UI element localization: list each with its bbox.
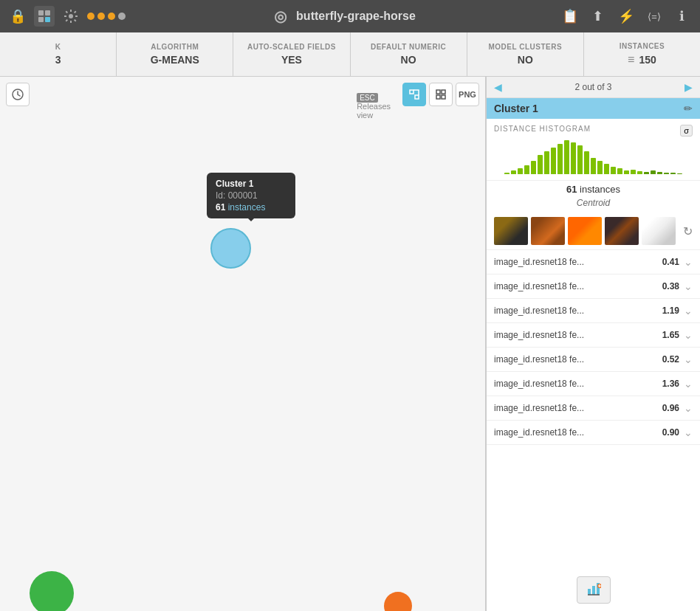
title-area: ◎ butterfly-grape-horse (270, 6, 416, 27)
stat-default-label: DEFAULT NUMERIC (371, 43, 446, 51)
canvas-top-right: ESC Releases view PNG (402, 83, 479, 106)
top-bar-right: 📋 ⬆ ⚡ ⟨=⟩ ℹ (560, 6, 693, 27)
feature-name-2: image_id.resnet18 fe... (494, 306, 662, 316)
feature-row-4[interactable]: image_id.resnet18 fe... 0.52 ⌄ (487, 348, 700, 372)
feature-value-7: 0.90 (662, 427, 679, 438)
cluster-green[interactable] (30, 571, 74, 611)
hist-bar-16 (611, 167, 616, 174)
refresh-thumbnails-button[interactable]: ↻ (683, 224, 693, 238)
instances-info: 61 instances (487, 181, 700, 198)
feature-value-5: 1.36 (662, 379, 679, 389)
info-icon[interactable]: ℹ (672, 6, 693, 27)
stat-default-value: NO (401, 54, 416, 66)
panel-cluster-title: Cluster 1 (494, 103, 538, 114)
app-title: butterfly-grape-horse (296, 10, 416, 23)
feature-row-7[interactable]: image_id.resnet18 fe... 0.90 ⌄ (487, 421, 700, 445)
panel-title-bar: Cluster 1 ✏ (487, 98, 700, 119)
cluster-tooltip: Cluster 1 Id: 000001 61 instances (207, 173, 295, 218)
hist-bar-10 (571, 142, 576, 174)
edit-icon[interactable]: ✏ (684, 103, 693, 114)
thumbnail-3[interactable] (568, 217, 602, 245)
top-bar: 🔒 ◎ butterfly-grape-horse 📋 ⬆ (0, 0, 700, 32)
feature-row-0[interactable]: image_id.resnet18 fe... 0.41 ⌄ (487, 250, 700, 275)
tooltip-instances: 61 instances (216, 202, 286, 213)
chart-button[interactable] (577, 576, 611, 604)
lock-icon[interactable]: 🔒 (7, 6, 28, 27)
hist-bar-8 (557, 144, 563, 174)
stat-k: K 3 (0, 32, 117, 76)
svg-rect-10 (436, 95, 440, 99)
select-button[interactable] (429, 83, 453, 106)
centroid-label: Centroid (487, 198, 700, 208)
feature-row-6[interactable]: image_id.resnet18 fe... 0.96 ⌄ (487, 396, 700, 421)
hist-bar-25 (670, 173, 676, 174)
feature-name-7: image_id.resnet18 fe... (494, 427, 662, 438)
feature-value-4: 0.52 (662, 354, 679, 365)
chevron-icon-0: ⌄ (684, 256, 693, 268)
releases-view-text: Releases view (357, 102, 391, 120)
dot-3 (108, 13, 115, 20)
feature-name-4: image_id.resnet18 fe... (494, 354, 662, 365)
stat-algorithm: ALGORITHM G-MEANS (117, 32, 233, 76)
svg-rect-13 (592, 586, 595, 595)
stat-model-label: MODEL CLUSTERS (488, 43, 562, 51)
prev-cluster-button[interactable]: ◀ (494, 81, 502, 93)
esc-hint: ESC Releases view (357, 93, 391, 120)
feature-row-5[interactable]: image_id.resnet18 fe... 1.36 ⌄ (487, 372, 700, 396)
feature-value-2: 1.19 (662, 306, 679, 316)
feature-row-3[interactable]: image_id.resnet18 fe... 1.65 ⌄ (487, 323, 700, 348)
hist-bar-6 (544, 151, 549, 174)
features-list: image_id.resnet18 fe... 0.41 ⌄ image_id.… (487, 250, 700, 445)
thumbnail-2[interactable] (531, 217, 565, 245)
feature-name-6: image_id.resnet18 fe... (494, 403, 662, 413)
hist-bar-19 (631, 170, 636, 174)
dot-1 (87, 13, 95, 20)
network-icon[interactable] (34, 6, 55, 27)
upload-icon[interactable]: ⬆ (588, 6, 608, 27)
png-export-button[interactable]: PNG (456, 83, 479, 106)
stat-k-value: 3 (55, 54, 61, 66)
formula-icon[interactable]: ⟨=⟩ (644, 6, 665, 27)
cluster-orange[interactable] (384, 592, 412, 611)
hist-bar-11 (577, 145, 583, 174)
svg-rect-0 (38, 10, 44, 15)
feature-row-1[interactable]: image_id.resnet18 fe... 0.38 ⌄ (487, 275, 700, 299)
refresh-icon[interactable]: ⚡ (616, 6, 636, 27)
canvas-area: ESC Releases view PNG (0, 77, 486, 611)
stat-default-numeric: DEFAULT NUMERIC NO (351, 32, 467, 76)
hist-bar-1 (511, 170, 516, 174)
stat-instances-label: INSTANCES (620, 42, 665, 50)
hist-bar-22 (651, 170, 656, 174)
next-cluster-button[interactable]: ▶ (684, 81, 693, 93)
feature-row-2[interactable]: image_id.resnet18 fe... 1.19 ⌄ (487, 299, 700, 323)
svg-rect-8 (436, 90, 440, 94)
hist-bar-23 (657, 172, 662, 174)
list-icon: ≡ (628, 53, 634, 66)
hist-bar-24 (664, 173, 669, 174)
thumbnail-5[interactable] (642, 217, 676, 245)
feature-value-6: 0.96 (662, 403, 679, 413)
hist-bar-4 (531, 161, 536, 174)
history-button[interactable] (6, 83, 30, 106)
settings-icon[interactable] (61, 6, 81, 27)
fit-view-button[interactable] (402, 83, 426, 106)
tooltip-title: Cluster 1 (216, 179, 286, 189)
thumbnail-4[interactable] (605, 217, 639, 245)
sigma-button[interactable]: σ (680, 125, 693, 137)
hist-bar-14 (597, 161, 603, 174)
svg-rect-3 (45, 17, 50, 22)
clipboard-icon[interactable]: 📋 (560, 6, 580, 27)
svg-rect-1 (45, 10, 50, 15)
chevron-icon-1: ⌄ (684, 280, 693, 292)
feature-value-1: 0.38 (662, 281, 679, 291)
tooltip-instances-count: 61 (216, 202, 225, 213)
hist-bar-3 (524, 165, 529, 174)
chevron-icon-4: ⌄ (684, 353, 693, 365)
stat-model-clusters: MODEL CLUSTERS NO (467, 32, 584, 76)
hist-bar-9 (564, 140, 569, 174)
thumbnail-1[interactable] (494, 217, 528, 245)
panel-nav: ◀ 2 out of 3 ▶ (487, 77, 700, 98)
cluster-blue[interactable] (210, 228, 251, 269)
tooltip-id: Id: 000001 (216, 190, 286, 201)
hist-bar-2 (518, 168, 523, 174)
